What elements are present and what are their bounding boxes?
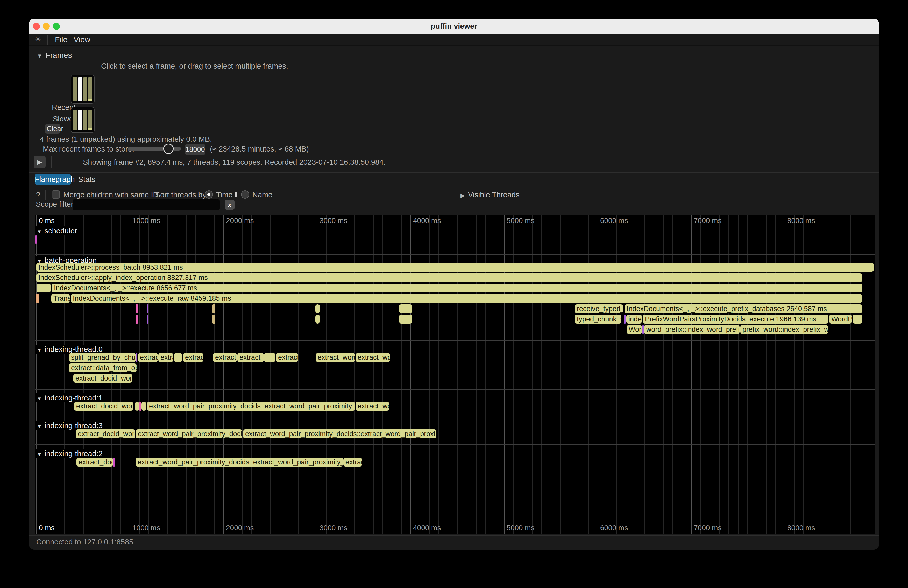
flame-bar[interactable]: [147, 315, 148, 323]
flame-bar[interactable]: extract: [276, 353, 298, 362]
flame-bar[interactable]: [113, 458, 115, 466]
flame-bar[interactable]: typed_chunk::w: [575, 315, 621, 323]
thread-header-indexing-thread-3[interactable]: ▼indexing-thread:3: [35, 421, 106, 430]
flame-bar[interactable]: [399, 304, 412, 313]
thread-divider: [35, 389, 875, 390]
flame-bar[interactable]: IndexDocuments<_, _>::execute 8656.677 m…: [52, 284, 862, 292]
flame-bar[interactable]: extract_word_pair_proximity_docids::extr…: [243, 429, 436, 438]
flame-bar[interactable]: [135, 304, 138, 313]
sort-name-radio[interactable]: [241, 190, 249, 199]
flame-bar[interactable]: extract_wo: [356, 353, 390, 362]
flame-bar[interactable]: receive_typed_: [575, 304, 623, 313]
flame-bar[interactable]: [142, 402, 146, 411]
flame-bar[interactable]: [213, 315, 215, 323]
merge-children-checkbox[interactable]: [52, 190, 60, 199]
theme-toggle-icon[interactable]: ☀: [35, 34, 41, 46]
frame-stripe[interactable]: [78, 110, 82, 130]
flame-bar[interactable]: IndexDocuments<_, _>::execute_prefix_dat…: [625, 304, 862, 313]
flame-bar[interactable]: [139, 402, 142, 411]
flame-bar[interactable]: IndexScheduler>::process_batch 8953.821 …: [36, 263, 874, 272]
flame-bar[interactable]: extract_word_pair_proximity_docids::extr…: [135, 458, 343, 466]
frame-stripe[interactable]: [73, 77, 77, 101]
frame-stripe[interactable]: [84, 77, 87, 101]
flame-bar[interactable]: extra: [158, 353, 173, 362]
recent-frames-thumbnail[interactable]: [71, 75, 95, 104]
flame-bar[interactable]: [399, 315, 412, 323]
menu-file[interactable]: File: [55, 34, 68, 46]
flame-bar[interactable]: extrac: [343, 458, 362, 466]
flame-bar[interactable]: [136, 353, 137, 362]
scope-filter-input[interactable]: [72, 199, 220, 210]
flame-bar[interactable]: extract: [138, 353, 158, 362]
frame-stripe[interactable]: [73, 110, 77, 130]
flame-bar[interactable]: [213, 304, 215, 313]
flame-bar[interactable]: [316, 304, 320, 313]
flame-bar[interactable]: [174, 353, 182, 362]
slider-knob[interactable]: [163, 143, 174, 154]
thread-header-indexing-thread-1[interactable]: ▼indexing-thread:1: [35, 394, 106, 402]
max-frames-value[interactable]: 18000: [185, 144, 206, 155]
help-button[interactable]: ?: [36, 190, 40, 199]
separator: [45, 190, 46, 201]
flame-bar[interactable]: extract_docid_word: [74, 402, 133, 411]
slowest-frames-thumbnail[interactable]: [71, 107, 95, 133]
flame-bar[interactable]: WordPr: [829, 315, 852, 323]
flame-bar[interactable]: PrefixWordPairsProximityDocids::execute …: [643, 315, 828, 323]
flame-bar[interactable]: [147, 304, 148, 313]
flame-bar[interactable]: [264, 353, 275, 362]
flame-bar[interactable]: extract_wo: [356, 402, 389, 411]
play-button[interactable]: ▶: [34, 156, 46, 168]
flame-bar[interactable]: Trans: [51, 294, 70, 303]
flame-bar[interactable]: extract_word_pair_proximity_docids: [136, 429, 242, 438]
titlebar[interactable]: puffin viewer: [29, 19, 879, 34]
flamegraph-canvas[interactable]: 0 ms0 ms1000 ms1000 ms2000 ms2000 ms3000…: [35, 215, 875, 533]
flame-bar[interactable]: extract_word: [316, 353, 355, 362]
flame-bar[interactable]: Word: [626, 325, 642, 334]
flame-bar[interactable]: [624, 315, 626, 323]
thread-header-indexing-thread-2[interactable]: ▼indexing-thread:2: [35, 449, 106, 458]
frames-section-header[interactable]: ▼Frames: [37, 51, 72, 59]
collapse-triangle-icon: ▼: [37, 229, 42, 235]
flame-bar[interactable]: [36, 294, 39, 303]
sort-time-radio[interactable]: [205, 190, 213, 199]
flame-bar[interactable]: [37, 284, 51, 292]
flame-bar[interactable]: [135, 402, 139, 411]
flame-bar[interactable]: prefix_word::index_prefix_wo: [741, 325, 828, 334]
max-frames-slider[interactable]: [128, 146, 181, 151]
menu-view[interactable]: View: [74, 34, 90, 46]
flame-bar[interactable]: extract_word_pair_proximity_docids::extr…: [147, 402, 355, 411]
flame-bar[interactable]: [316, 315, 320, 323]
frame-stripe[interactable]: [78, 77, 82, 101]
thread-header-indexing-thread-0[interactable]: ▼indexing-thread:0: [35, 345, 106, 353]
visible-threads-collapser[interactable]: ▶Visible Threads: [460, 190, 520, 199]
flame-bar[interactable]: extrac: [183, 353, 203, 362]
sort-time-label[interactable]: Time: [216, 190, 232, 199]
tab-stats[interactable]: Stats: [78, 174, 95, 185]
thread-header-scheduler[interactable]: ▼scheduler: [35, 227, 81, 235]
flame-bar[interactable]: [853, 315, 862, 323]
flame-bar[interactable]: extract_docid_word: [76, 429, 135, 438]
flame-bar[interactable]: [35, 235, 37, 244]
clear-filter-button[interactable]: x: [225, 200, 235, 210]
tab-flamegraph[interactable]: Flamegraph: [35, 174, 71, 185]
flame-bar[interactable]: extract_: [213, 353, 237, 362]
flame-bar[interactable]: index: [626, 315, 642, 323]
flame-bar[interactable]: IndexDocuments<_, _>::execute_raw 8459.1…: [71, 294, 862, 303]
sort-name-label[interactable]: Name: [253, 190, 272, 199]
frame-stripe[interactable]: [84, 110, 87, 130]
flame-bar[interactable]: split_grenad_by_chun: [69, 353, 136, 362]
separator: [29, 535, 879, 536]
clear-button[interactable]: Clear: [45, 124, 60, 134]
sort-threads-label: Sort threads by:: [155, 190, 208, 199]
flame-bar[interactable]: [135, 315, 138, 323]
flame-bar[interactable]: [642, 325, 644, 334]
flame-bar[interactable]: extract_doc: [76, 458, 113, 466]
flame-bar[interactable]: extract::data_from_ob: [69, 363, 137, 372]
sort-direction-arrow-icon[interactable]: ⬇: [233, 190, 239, 199]
flame-bar[interactable]: IndexScheduler>::apply_index_operation 8…: [36, 273, 862, 282]
flame-bar[interactable]: extract_: [237, 353, 264, 362]
frame-stripe[interactable]: [89, 77, 92, 101]
flame-bar[interactable]: word_prefix::index_word_prefix_: [644, 325, 740, 334]
flame-bar[interactable]: extract_docid_word: [73, 374, 132, 382]
frame-stripe[interactable]: [89, 110, 92, 130]
